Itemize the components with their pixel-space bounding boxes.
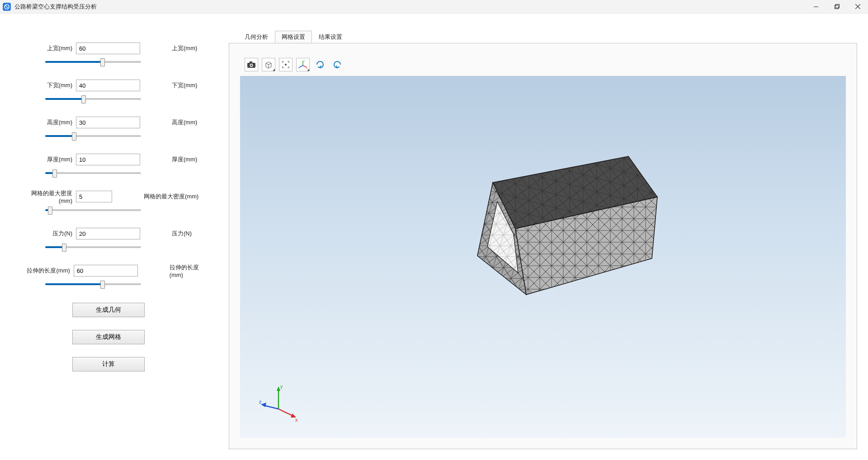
param-echo: 高度(mm) <box>172 118 197 127</box>
param-slider-0[interactable] <box>45 61 141 63</box>
svg-point-10 <box>285 64 287 66</box>
fit-view-icon[interactable] <box>279 58 292 71</box>
generate-geometry-button[interactable]: 生成几何 <box>72 303 145 317</box>
mesh-model <box>434 148 660 311</box>
axis-y-label: y <box>280 384 283 389</box>
main-panel: 几何分析 网格设置 结果设置 yxz <box>229 14 868 460</box>
generate-mesh-button[interactable]: 生成网格 <box>72 330 145 344</box>
param-label: 下宽(mm) <box>18 81 76 89</box>
param-echo: 网格的最大密度(mm) <box>144 192 198 201</box>
axes-icon[interactable]: yxz <box>296 58 310 71</box>
svg-line-13 <box>299 66 303 67</box>
param-echo: 压力(N) <box>172 230 192 238</box>
param-label: 拉伸的长度(mm) <box>18 267 74 275</box>
tab-bar: 几何分析 网格设置 结果设置 <box>229 31 857 43</box>
param-input-1[interactable] <box>76 80 140 91</box>
param-slider-5[interactable] <box>45 246 141 248</box>
param-input-4[interactable] <box>76 191 112 202</box>
svg-line-29 <box>264 405 278 409</box>
compute-button[interactable]: 计算 <box>72 357 145 371</box>
svg-rect-3 <box>835 5 839 8</box>
svg-text:y: y <box>303 60 305 62</box>
param-input-2[interactable] <box>76 117 140 128</box>
window-title: 公路桥梁空心支撑结构受压分析 <box>14 3 97 11</box>
minimize-button[interactable] <box>806 0 826 13</box>
param-label: 厚度(mm) <box>18 155 76 164</box>
cube-icon[interactable] <box>262 58 275 71</box>
svg-point-9 <box>250 65 252 66</box>
param-slider-6[interactable] <box>45 283 141 285</box>
close-button[interactable] <box>847 0 868 13</box>
axis-x-label: x <box>295 417 298 422</box>
svg-marker-26 <box>277 386 280 391</box>
param-label: 压力(N) <box>18 230 76 238</box>
viewport-border: yxz <box>229 43 857 449</box>
param-slider-3[interactable] <box>45 172 141 174</box>
title-bar: 公路桥梁空心支撑结构受压分析 <box>0 0 868 14</box>
param-input-0[interactable] <box>76 42 140 54</box>
window-controls <box>806 0 868 13</box>
param-echo: 厚度(mm) <box>172 155 197 164</box>
param-input-3[interactable] <box>76 154 140 165</box>
axis-z-label: z <box>259 399 262 404</box>
app-icon <box>3 3 11 11</box>
orientation-axes: y x z <box>258 383 299 423</box>
camera-icon[interactable] <box>245 58 258 71</box>
viewport-toolbar: yxz <box>245 58 344 71</box>
svg-marker-30 <box>261 403 266 407</box>
param-echo: 下宽(mm) <box>172 81 197 89</box>
param-slider-4[interactable] <box>45 209 141 211</box>
tab-geometry[interactable]: 几何分析 <box>238 31 275 43</box>
param-input-5[interactable] <box>76 228 140 239</box>
param-input-6[interactable] <box>74 265 138 277</box>
param-echo: 拉伸的长度(mm) <box>170 263 211 278</box>
param-slider-1[interactable] <box>45 98 141 100</box>
tab-results[interactable]: 结果设置 <box>312 31 349 43</box>
tab-mesh[interactable]: 网格设置 <box>275 31 312 43</box>
param-label: 上宽(mm) <box>18 44 76 52</box>
param-label: 网格的最大密度(mm) <box>18 189 76 204</box>
svg-text:z: z <box>298 66 300 69</box>
param-slider-2[interactable] <box>45 135 141 137</box>
svg-rect-2 <box>835 5 838 9</box>
maximize-button[interactable] <box>826 0 847 13</box>
param-echo: 上宽(mm) <box>172 44 197 52</box>
viewport-3d[interactable]: y x z <box>240 76 846 438</box>
param-label: 高度(mm) <box>18 118 76 127</box>
rotate-left-icon[interactable] <box>330 58 344 71</box>
rotate-right-icon[interactable] <box>313 58 327 71</box>
parameter-panel: 上宽(mm)上宽(mm)下宽(mm)下宽(mm)高度(mm)高度(mm)厚度(m… <box>0 14 229 460</box>
svg-rect-7 <box>250 61 252 63</box>
svg-line-27 <box>278 409 293 416</box>
